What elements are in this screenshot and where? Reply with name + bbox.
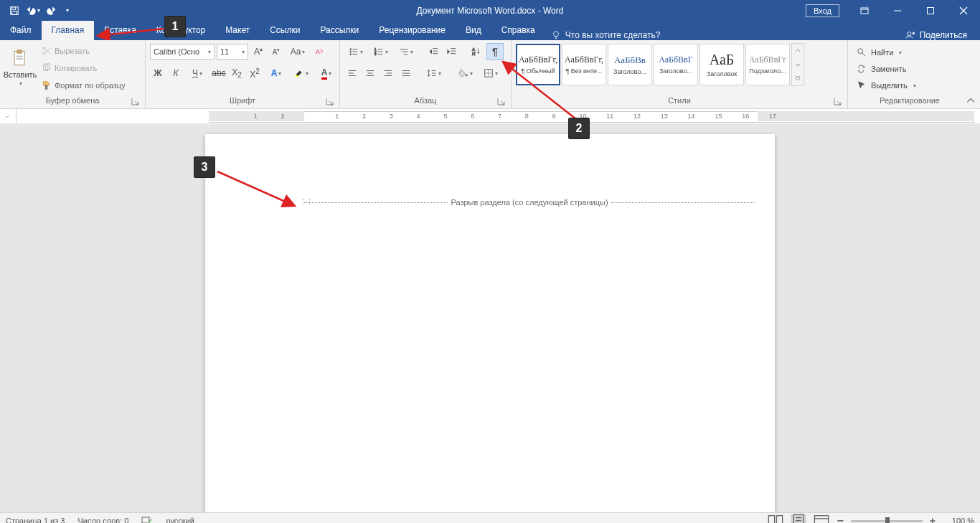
borders-button[interactable]: ▾	[479, 65, 502, 81]
web-layout-button[interactable]	[814, 514, 829, 523]
decrease-indent-button[interactable]	[426, 44, 442, 60]
undo-button[interactable]: ▾	[24, 2, 42, 19]
cut-button[interactable]: Вырезать	[39, 43, 128, 59]
document-area[interactable]: ⋮⋮ Разрыв раздела (со следующей страницы…	[0, 124, 980, 512]
group-paragraph: ▾ 123▾ ▾ AЯ ¶ ▾ ▾ ▾ Абза	[340, 40, 512, 108]
highlighter-icon	[294, 68, 304, 78]
tab-layout[interactable]: Макет	[215, 21, 260, 40]
style-no-spacing[interactable]: АаБбВвГг,¶ Без инте...	[562, 44, 606, 85]
bullets-button[interactable]: ▾	[344, 44, 367, 60]
align-justify-button[interactable]	[398, 65, 414, 81]
read-mode-button[interactable]	[768, 514, 783, 523]
paste-button[interactable]: Вставить ▾	[4, 43, 36, 92]
style-title[interactable]: АаБЗаголовок	[699, 44, 744, 85]
sort-button[interactable]: AЯ	[468, 44, 484, 60]
tab-help[interactable]: Справка	[491, 21, 545, 40]
font-size-input[interactable]: 11▾	[217, 44, 248, 60]
bullets-icon	[349, 47, 359, 57]
maximize-button[interactable]	[914, 0, 947, 21]
shrink-font-button[interactable]: A▾	[268, 44, 284, 60]
select-button[interactable]: Выделить▾	[852, 77, 920, 93]
page-count[interactable]: Страница 1 из 3	[6, 517, 65, 523]
tab-mailings[interactable]: Рассылки	[310, 21, 369, 40]
group-editing-label: Редактирование	[880, 96, 940, 105]
qat-customize-button[interactable]: ▾	[62, 2, 72, 19]
tab-view[interactable]: Вид	[456, 21, 491, 40]
styles-more-button[interactable]	[791, 43, 804, 86]
strikethrough-button[interactable]: abc	[211, 65, 227, 81]
find-button[interactable]: Найти▾	[852, 44, 920, 60]
redo-button[interactable]	[43, 2, 60, 19]
dialog-launcher-icon[interactable]	[834, 98, 842, 105]
scissors-icon	[42, 46, 52, 56]
tell-me-label: Что вы хотите сделать?	[565, 30, 661, 40]
group-paragraph-label: Абзац	[415, 96, 437, 105]
highlight-button[interactable]: ▾	[290, 65, 313, 81]
minimize-button[interactable]	[881, 0, 914, 21]
align-left-button[interactable]	[344, 65, 360, 81]
text-effects-button[interactable]: A▾	[265, 65, 288, 81]
save-button[interactable]	[6, 2, 23, 19]
numbering-button[interactable]: 123▾	[369, 44, 392, 60]
tab-insert[interactable]: Вставка	[94, 21, 146, 40]
format-painter-button[interactable]: Формат по образцу	[39, 77, 128, 93]
tab-review[interactable]: Рецензирование	[369, 21, 456, 40]
zoom-slider[interactable]	[851, 520, 923, 522]
style-heading2[interactable]: АаБбВвГЗаголово...	[654, 44, 698, 85]
tell-me-search[interactable]: Что вы хотите сделать?	[551, 30, 661, 40]
tab-home[interactable]: Главная	[42, 21, 95, 40]
dialog-launcher-icon[interactable]	[497, 98, 505, 105]
increase-indent-button[interactable]	[444, 44, 460, 60]
ruler-corner[interactable]: ⌐	[0, 109, 17, 123]
clear-formatting-button[interactable]: A	[311, 44, 327, 60]
tab-references[interactable]: Ссылки	[260, 21, 310, 40]
style-label: Заголово...	[659, 67, 692, 75]
line-spacing-button[interactable]: ▾	[423, 65, 446, 81]
underline-button[interactable]: Ч▾	[186, 65, 209, 81]
zoom-in-button[interactable]: +	[930, 515, 936, 523]
language-indicator[interactable]: русский	[166, 517, 194, 523]
share-button[interactable]: Поделиться	[905, 30, 967, 40]
subscript-button[interactable]: X2	[229, 65, 245, 81]
svg-rect-73	[777, 516, 783, 523]
style-heading1[interactable]: АаБбВвЗаголово...	[608, 44, 652, 85]
section-break-text: Разрыв раздела (со следующей страницы)	[448, 198, 611, 207]
align-right-button[interactable]	[380, 65, 396, 81]
tab-file[interactable]: Файл	[0, 21, 42, 40]
cursor-icon	[857, 80, 867, 90]
svg-text:Я: Я	[472, 51, 475, 56]
annotation-1: 1	[164, 16, 186, 37]
page[interactable]: ⋮⋮ Разрыв раздела (со следующей страницы…	[205, 134, 775, 512]
print-layout-button[interactable]	[791, 514, 806, 523]
svg-rect-6	[928, 7, 934, 14]
change-case-button[interactable]: Aa▾	[286, 44, 309, 60]
word-count[interactable]: Число слов: 0	[77, 517, 128, 523]
font-color-button[interactable]: A▾	[315, 65, 338, 81]
zoom-value[interactable]: 100 %	[943, 517, 974, 523]
shading-button[interactable]: ▾	[454, 65, 477, 81]
font-name-input[interactable]: Calibri (Осно▾	[150, 44, 215, 60]
italic-button[interactable]: К	[168, 65, 184, 81]
sign-in-button[interactable]: Вход	[806, 4, 839, 17]
group-clipboard-label: Буфер обмена	[46, 96, 100, 105]
quick-access-toolbar: ▾ ▾	[0, 2, 72, 19]
align-center-button[interactable]	[362, 65, 378, 81]
bold-button[interactable]: Ж	[150, 65, 166, 81]
superscript-button[interactable]: X2	[247, 65, 263, 81]
svg-rect-25	[296, 76, 298, 77]
zoom-out-button[interactable]: −	[837, 514, 843, 523]
copy-button[interactable]: Копировать	[39, 60, 128, 76]
horizontal-ruler[interactable]: 121234567891011121314151617	[209, 109, 974, 123]
dialog-launcher-icon[interactable]	[131, 98, 139, 105]
spell-check-icon[interactable]	[141, 515, 153, 523]
multilevel-button[interactable]: ▾	[395, 44, 418, 60]
collapse-ribbon-button[interactable]	[966, 95, 976, 105]
close-button[interactable]	[947, 0, 980, 21]
style-normal[interactable]: АаБбВвГг,¶ Обычный	[516, 44, 560, 85]
dialog-launcher-icon[interactable]	[326, 98, 334, 105]
ribbon-display-button[interactable]	[848, 0, 881, 21]
style-subtitle[interactable]: АаБбВвГгПодзаголо...	[745, 44, 790, 85]
grow-font-button[interactable]: A▴	[250, 44, 266, 60]
show-paragraph-marks-button[interactable]: ¶	[486, 43, 504, 60]
replace-button[interactable]: Заменить	[852, 61, 920, 77]
